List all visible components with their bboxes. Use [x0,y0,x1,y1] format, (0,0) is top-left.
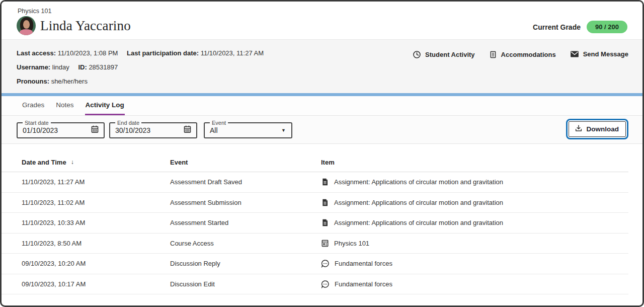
table-row: 11/10/2023, 11:27 AM Assessment Draft Sa… [2,172,628,193]
clock-icon [413,50,421,59]
dropdown-caret-icon[interactable]: ▼ [281,128,286,133]
row-item-label: Assignment: Applications of circular mot… [334,178,503,186]
start-date-value[interactable]: 01/10/2023 [23,126,58,134]
tab-activity-log[interactable]: Activity Log [85,96,125,115]
end-date-field[interactable]: End date 30/10/2023 [109,120,197,138]
download-icon [575,124,583,134]
download-label: Download [587,125,619,133]
activity-log-table: Date and Time ↓ Event Item 11/10/2023, 1… [2,152,628,294]
tab-grades[interactable]: Grades [22,96,45,115]
sort-descending-icon[interactable]: ↓ [71,159,74,166]
column-header-event: Event [170,159,321,166]
event-select[interactable]: Event All ▼ [204,120,292,138]
row-item[interactable]: Fundamental forces [321,280,628,288]
table-row: 11/10/2023, 8:50 AM Course Access Physic… [2,234,628,254]
row-item[interactable]: Assignment: Applications of circular mot… [321,198,628,207]
row-event: Discussion Edit [170,280,321,288]
page-title: Linda Yaccarino [40,18,131,34]
student-detail-window: Physics 101 Linda Yaccarino Current Grad… [0,0,644,307]
row-event: Course Access [170,240,321,247]
row-datetime: 11/10/2023, 11:27 AM [22,178,170,186]
table-row: 11/10/2023, 10:33 AM Assessment Started … [2,213,628,234]
start-date-field[interactable]: Start date 01/10/2023 [17,120,105,138]
accommodations-button[interactable]: Accommodations [489,50,556,59]
start-date-label: Start date [23,120,51,126]
student-activity-label: Student Activity [425,51,474,58]
student-info-bar: Last access: 11/10/2023, 1:08 PM Last pa… [2,39,642,93]
action-links: Student Activity Accommodations Send Mes… [413,49,628,85]
avatar[interactable] [17,16,36,35]
discussion-icon [321,259,330,268]
id-label: ID: [78,63,87,71]
current-grade: Current Grade 90 / 200 [533,19,627,35]
last-access-label: Last access: [17,49,56,57]
course-icon [321,239,329,248]
current-grade-label: Current Grade [533,23,581,31]
event-select-label: Event [210,120,228,126]
student-details: Last access: 11/10/2023, 1:08 PM Last pa… [17,49,271,85]
row-item-label: Physics 101 [334,240,369,247]
send-message-button[interactable]: Send Message [570,50,628,58]
row-item[interactable]: Fundamental forces [321,259,628,268]
accommodations-label: Accommodations [501,51,556,58]
header: Physics 101 Linda Yaccarino Current Grad… [2,2,642,39]
row-item[interactable]: Assignment: Applications of circular mot… [321,218,628,227]
assignment-icon [321,218,329,227]
send-message-label: Send Message [583,50,628,58]
calendar-icon[interactable] [183,125,192,135]
event-select-value[interactable]: All [210,126,218,134]
assignment-icon [321,198,329,207]
row-event: Assessment Draft Saved [170,178,321,186]
end-date-label: End date [115,120,141,126]
download-highlight-annotation: Download [566,119,629,139]
table-row: 09/10/2023, 10:17 AM Discussion Edit Fun… [2,274,628,295]
discussion-icon [321,280,330,288]
course-label: Physics 101 [18,8,131,15]
row-datetime: 09/10/2023, 10:20 AM [22,260,170,267]
document-icon [489,50,497,59]
id-value: 28531897 [89,63,118,71]
tab-bar: Grades Notes Activity Log [2,96,642,115]
row-datetime: 11/10/2023, 8:50 AM [22,240,170,247]
pronouns-value: she/her/hers [51,78,88,85]
row-item-label: Assignment: Applications of circular mot… [334,219,503,226]
filter-bar: Start date 01/10/2023 End date 30/10/202… [2,115,642,144]
pronouns-label: Pronouns: [17,78,49,85]
table-row: 09/10/2023, 10:20 AM Discussion Reply Fu… [2,254,628,274]
download-button[interactable]: Download [569,121,626,137]
student-identity: Physics 101 Linda Yaccarino [17,8,131,35]
last-participation-value: 11/10/2023, 11:27 AM [201,49,264,57]
username-value: linday [52,63,69,71]
row-item-label: Fundamental forces [335,260,392,267]
end-date-value[interactable]: 30/10/2023 [115,126,150,134]
row-datetime: 11/10/2023, 11:02 AM [22,199,170,206]
row-item-label: Fundamental forces [335,280,392,288]
assignment-icon [321,178,329,186]
row-event: Assessment Submission [170,199,321,206]
row-item[interactable]: Physics 101 [321,239,628,248]
column-header-date-time[interactable]: Date and Time ↓ [22,159,170,166]
grade-badge[interactable]: 90 / 200 [587,21,627,33]
row-event: Discussion Reply [170,260,321,267]
row-item-label: Assignment: Applications of circular mot… [334,199,503,206]
envelope-icon [570,50,579,58]
username-label: Username: [17,63,50,71]
table-header-row: Date and Time ↓ Event Item [2,152,628,172]
student-activity-button[interactable]: Student Activity [413,50,474,59]
last-access-value: 11/10/2023, 1:08 PM [58,49,118,57]
row-item[interactable]: Assignment: Applications of circular mot… [321,178,628,186]
row-datetime: 09/10/2023, 10:17 AM [22,280,170,288]
table-row: 11/10/2023, 11:02 AM Assessment Submissi… [2,193,628,213]
row-datetime: 11/10/2023, 10:33 AM [22,219,170,226]
column-header-item: Item [321,159,628,166]
tab-notes[interactable]: Notes [55,96,74,115]
row-event: Assessment Started [170,219,321,226]
last-participation-label: Last participation date: [127,49,199,57]
calendar-icon[interactable] [91,125,99,135]
table-body: 11/10/2023, 11:27 AM Assessment Draft Sa… [2,172,628,294]
